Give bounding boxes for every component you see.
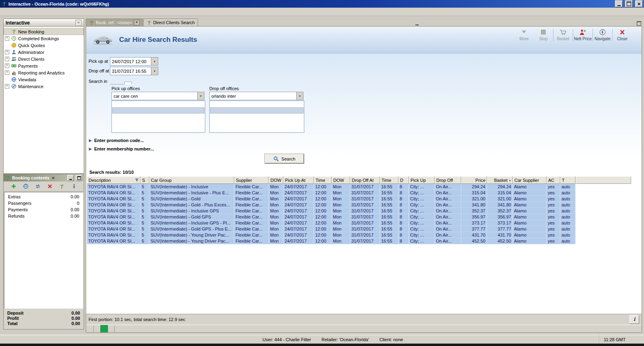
column-car-group[interactable]: Car Group — [149, 176, 234, 184]
column-description[interactable]: Description — [87, 176, 140, 184]
sidebar-item-completed-bookings[interactable]: Completed Bookings — [4, 35, 84, 42]
sidebar-item-payments[interactable]: Payments — [4, 62, 84, 69]
transfer-icon[interactable] — [34, 183, 41, 190]
result-row[interactable]: TOYOTA RAV4 OR SI... 5 SUV(Intermediate)… — [87, 208, 631, 214]
sidebar-item-viewdata[interactable]: Viewdata — [4, 76, 84, 83]
result-row[interactable]: TOYOTA RAV4 OR SI... 5 SUV(Intermediate)… — [87, 214, 631, 220]
dropoff-office-combo[interactable]: orlando inter — [209, 92, 303, 100]
search-in-tab-drop-off-offices[interactable] — [124, 82, 132, 84]
view-tab-summary[interactable] — [87, 325, 94, 332]
cell-pickup-date: 24/07/2017 — [283, 214, 314, 220]
result-row[interactable]: TOYOTA RAV4 OR SI... 5 SUV(Intermediate)… — [87, 220, 631, 226]
tab-book-ref-none[interactable]: Book. ref.: <none> — [86, 19, 143, 26]
column-dow[interactable]: DOW — [332, 176, 350, 184]
column-d[interactable]: D — [398, 176, 409, 184]
filter-icon[interactable] — [135, 178, 139, 182]
result-row[interactable]: TOYOTA RAV4 OR SI... 5 SUV(Intermediate)… — [87, 226, 631, 232]
office-option[interactable] — [112, 101, 204, 107]
column-s[interactable]: S — [140, 176, 149, 184]
column-t[interactable]: T — [560, 176, 576, 184]
sidebar-item-administrator[interactable]: Administrator — [4, 49, 84, 56]
search-in-tab-airports[interactable] — [110, 82, 117, 84]
close-button[interactable] — [635, 0, 643, 7]
pickup-datetime-combo[interactable]: 24/07/2017 12:00 — [110, 57, 158, 66]
close-panel-icon[interactable] — [51, 176, 55, 180]
cell-pickup-date: 24/07/2017 — [283, 232, 314, 238]
panel-maximize-button[interactable] — [76, 175, 82, 181]
title-bar[interactable]: Interactive - Ocean-Florida (code: wQxHi… — [0, 0, 644, 8]
view-tab-financial-summary[interactable] — [108, 325, 115, 332]
promotion-code-expander[interactable]: Enter promotion code... — [89, 138, 144, 143]
view-tab-car[interactable] — [101, 325, 108, 333]
dropdown-arrow-icon[interactable] — [151, 58, 158, 65]
column-pick-up[interactable]: Pick Up — [409, 176, 435, 184]
column-item[interactable] — [576, 176, 631, 184]
column-ac[interactable]: AC — [547, 176, 560, 184]
expand-plus-icon[interactable] — [5, 50, 9, 54]
search-in-tab-offices[interactable] — [117, 82, 124, 84]
menu-logs[interactable] — [8, 11, 15, 13]
sidebar-item-maintenance[interactable]: Maintenance — [4, 83, 84, 90]
expand-plus-icon[interactable] — [5, 70, 9, 75]
column-car-supplier[interactable]: Car Supplier — [513, 176, 547, 184]
office-option[interactable] — [112, 107, 204, 113]
column-drop-off-at[interactable]: Drop Off At — [350, 176, 380, 184]
expand-plus-icon[interactable] — [5, 64, 9, 68]
maximize-button[interactable] — [625, 0, 633, 7]
sidebar-item-quick-quotes[interactable]: Quick Quotes — [4, 42, 84, 49]
dropdown-arrow-icon[interactable] — [197, 92, 204, 100]
result-row[interactable]: TOYOTA RAV4 OR SI... 5 SUV(Intermediate)… — [87, 202, 631, 208]
expand-plus-icon[interactable] — [5, 57, 9, 61]
toolbar-nett-price[interactable]: Nett Price — [573, 29, 592, 41]
collapse-panel-button[interactable] — [75, 20, 82, 26]
column-dow[interactable]: DOW — [269, 176, 283, 184]
result-row[interactable]: TOYOTA RAV4 OR SI... 5 SUV(Intermediate)… — [87, 184, 631, 190]
column-time[interactable]: Time — [380, 176, 398, 184]
view-tab-search[interactable] — [94, 325, 101, 332]
minimize-button[interactable] — [615, 0, 623, 7]
sidebar-item-direct-clients[interactable]: Direct Clients — [4, 56, 84, 62]
booking-contents-header[interactable]: Booking contents — [4, 174, 84, 181]
toolbar-close[interactable]: Close — [612, 29, 632, 41]
office-option[interactable] — [210, 107, 303, 113]
tab-close-icon[interactable] — [134, 20, 140, 25]
menu-help[interactable] — [15, 11, 23, 13]
info-icon[interactable] — [70, 183, 78, 190]
office-option[interactable] — [210, 101, 303, 107]
menu-options[interactable] — [1, 11, 8, 13]
result-row[interactable]: TOYOTA RAV4 OR SI... 5 SUV(Intermediate)… — [87, 190, 631, 196]
sidebar-item-new-booking[interactable]: New Booking — [4, 28, 84, 35]
info-button[interactable] — [630, 315, 639, 324]
world-icon[interactable] — [22, 183, 29, 190]
column-drop-off[interactable]: Drop Off — [435, 176, 461, 184]
dropdown-arrow-icon[interactable] — [151, 67, 158, 75]
dropdown-arrow-icon[interactable] — [296, 92, 303, 100]
pickup-office-combo[interactable]: car care cen — [111, 92, 204, 100]
search-button[interactable]: Search — [265, 154, 304, 163]
dropoff-datetime-combo[interactable]: 31/07/2017 16:55 — [110, 67, 158, 75]
column-basket[interactable]: Basket — [487, 176, 513, 184]
document-minimize-button[interactable] — [414, 21, 420, 26]
tab-direct-clients-search[interactable]: Direct Clients Search — [143, 19, 198, 26]
document-maximize-button[interactable] — [636, 21, 642, 26]
result-row[interactable]: TOYOTA RAV4 OR SI... 5 SUV(Intermediate)… — [87, 238, 631, 244]
view-tabbar — [86, 325, 642, 332]
toolbar-navigate[interactable]: Navigate — [592, 29, 612, 41]
palm-icon[interactable] — [58, 183, 66, 190]
column-time[interactable]: Time — [314, 176, 332, 184]
delete-icon[interactable] — [46, 183, 54, 190]
expand-plus-icon[interactable] — [5, 84, 9, 89]
column-supplier[interactable]: Supplier — [234, 176, 269, 184]
toolbar-stop[interactable]: Stop — [534, 29, 553, 41]
column-pick-up-at[interactable]: Pick Up At — [283, 176, 314, 184]
result-row[interactable]: TOYOTA RAV4 OR SI... 5 SUV(Intermediate)… — [87, 232, 631, 238]
column-price[interactable]: Price — [461, 176, 487, 184]
membership-number-expander[interactable]: Enter membership number... — [89, 146, 154, 151]
expand-plus-icon[interactable] — [5, 36, 9, 41]
add-icon[interactable] — [10, 183, 17, 190]
toolbar-basket[interactable]: Basket — [553, 29, 573, 41]
sidebar-item-reporting-and-analytics[interactable]: Reporting and Analytics — [4, 69, 84, 76]
result-row[interactable]: TOYOTA RAV4 OR SI... 5 SUV(Intermediate)… — [87, 196, 631, 202]
panel-minimize-button[interactable] — [67, 175, 74, 181]
toolbar-more[interactable]: More — [514, 29, 534, 41]
